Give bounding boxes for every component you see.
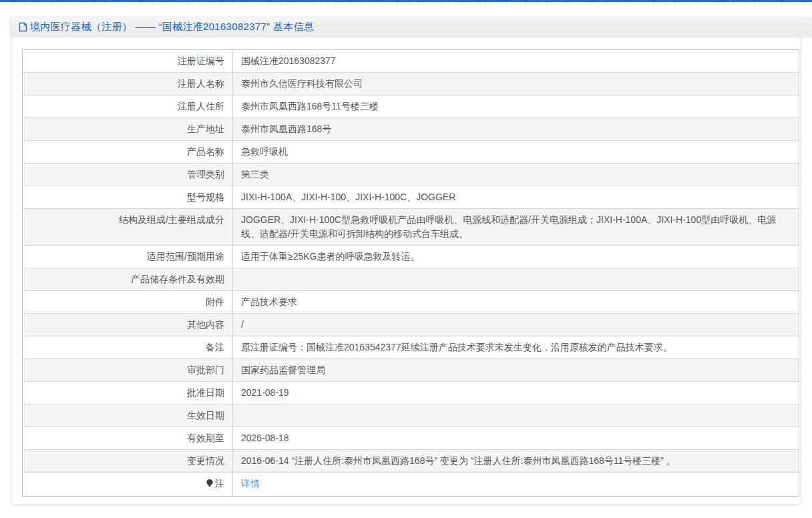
- row-label: 注册人住所: [23, 95, 233, 117]
- row-value: /: [233, 314, 799, 336]
- row-value: 国械注准20163082377: [233, 50, 799, 72]
- row-value: JOGGER、JIXI-H-100C型急救呼吸机产品由呼吸机、电源线和适配器/开…: [233, 209, 799, 245]
- table-row: 注册人住所 泰州市凤凰西路168号11号楼三楼: [23, 95, 799, 118]
- row-value: 泰州市久信医疗科技有限公司: [233, 73, 799, 95]
- table-row: 生产地址 泰州市凤凰西路168号: [23, 118, 799, 141]
- table-row: 型号规格 JIXI-H-100A、JIXI-H-100、JIXI-H-100C、…: [23, 186, 799, 209]
- row-value: 第三类: [233, 164, 799, 186]
- lightbulb-icon: [206, 478, 214, 492]
- row-value: 2021-08-19: [233, 382, 799, 404]
- row-label-text: 注: [215, 478, 224, 489]
- row-label: 注: [23, 473, 233, 496]
- row-value: 原注册证编号：国械注准20163542377延续注册产品技术要求未发生变化，沿用…: [233, 336, 799, 358]
- row-label: 附件: [23, 291, 233, 313]
- table-row: 生效日期: [23, 405, 799, 427]
- document-icon: [19, 22, 27, 32]
- row-value: 产品技术要求: [233, 291, 799, 313]
- registration-info-table: 注册证编号 国械注准20163082377 注册人名称 泰州市久信医疗科技有限公…: [22, 49, 799, 497]
- row-value: 泰州市凤凰西路168号: [233, 118, 799, 140]
- table-row: 结构及组成/主要组成成分 JOGGER、JIXI-H-100C型急救呼吸机产品由…: [23, 209, 799, 246]
- table-row: 产品储存条件及有效期: [23, 268, 799, 291]
- row-label: 注册人名称: [23, 73, 233, 95]
- details-link[interactable]: 详情: [241, 478, 260, 489]
- row-value: 国家药品监督管理局: [233, 359, 799, 381]
- row-label: 结构及组成/主要组成成分: [23, 209, 233, 245]
- row-value: 2026-08-18: [233, 427, 799, 449]
- row-value: [233, 405, 799, 427]
- row-value: [233, 268, 799, 290]
- page-title: 境内医疗器械（注册） —— “国械注准20163082377” 基本信息: [30, 21, 314, 33]
- table-row: 审批部门 国家药品监督管理局: [23, 359, 799, 382]
- table-row: 产品名称 急救呼吸机: [23, 141, 799, 164]
- row-label: 型号规格: [23, 186, 233, 208]
- table-row: 其他内容 /: [23, 314, 799, 336]
- row-value: 急救呼吸机: [233, 141, 799, 163]
- row-label: 其他内容: [23, 314, 233, 336]
- row-label: 审批部门: [23, 359, 233, 381]
- row-label: 备注: [23, 336, 233, 358]
- table-row: 变更情况 2016-06-14 “注册人住所:泰州市凤凰西路168号” 变更为 …: [23, 450, 799, 473]
- row-value: 适用于体重≥25KG患者的呼吸急救及转运。: [233, 246, 799, 268]
- row-label: 产品储存条件及有效期: [23, 268, 233, 290]
- row-label: 适用范围/预期用途: [23, 246, 233, 268]
- row-label: 变更情况: [23, 450, 233, 472]
- row-value: 2016-06-14 “注册人住所:泰州市凤凰西路168号” 变更为 “注册人住…: [233, 450, 799, 472]
- row-label: 生效日期: [23, 405, 233, 427]
- row-value: JIXI-H-100A、JIXI-H-100、JIXI-H-100C、JOGGE…: [233, 186, 799, 208]
- top-stripe-band: [0, 2, 812, 9]
- row-value: 泰州市凤凰西路168号11号楼三楼: [233, 95, 799, 117]
- row-value: 详情: [233, 473, 799, 496]
- table-row: 有效期至 2026-08-18: [23, 427, 799, 450]
- table-row: 管理类别 第三类: [23, 164, 799, 186]
- row-label: 管理类别: [23, 164, 233, 186]
- content-panel: 注册证编号 国械注准20163082377 注册人名称 泰州市久信医疗科技有限公…: [12, 17, 800, 504]
- table-row: 备注 原注册证编号：国械注准20163542377延续注册产品技术要求未发生变化…: [23, 336, 799, 359]
- table-row: 注册证编号 国械注准20163082377: [23, 50, 799, 73]
- row-label: 批准日期: [23, 382, 233, 404]
- table-row: 适用范围/预期用途 适用于体重≥25KG患者的呼吸急救及转运。: [23, 246, 799, 268]
- table-row: 批准日期 2021-08-19: [23, 382, 799, 405]
- page-title-bar: 境内医疗器械（注册） —— “国械注准20163082377” 基本信息: [10, 17, 812, 37]
- row-label: 产品名称: [23, 141, 233, 163]
- table-row: 注册人名称 泰州市久信医疗科技有限公司: [23, 73, 799, 95]
- row-label: 有效期至: [23, 427, 233, 449]
- table-row: 注 详情: [23, 473, 799, 496]
- row-label: 生产地址: [23, 118, 233, 140]
- table-row: 附件 产品技术要求: [23, 291, 799, 314]
- row-label: 注册证编号: [23, 50, 233, 72]
